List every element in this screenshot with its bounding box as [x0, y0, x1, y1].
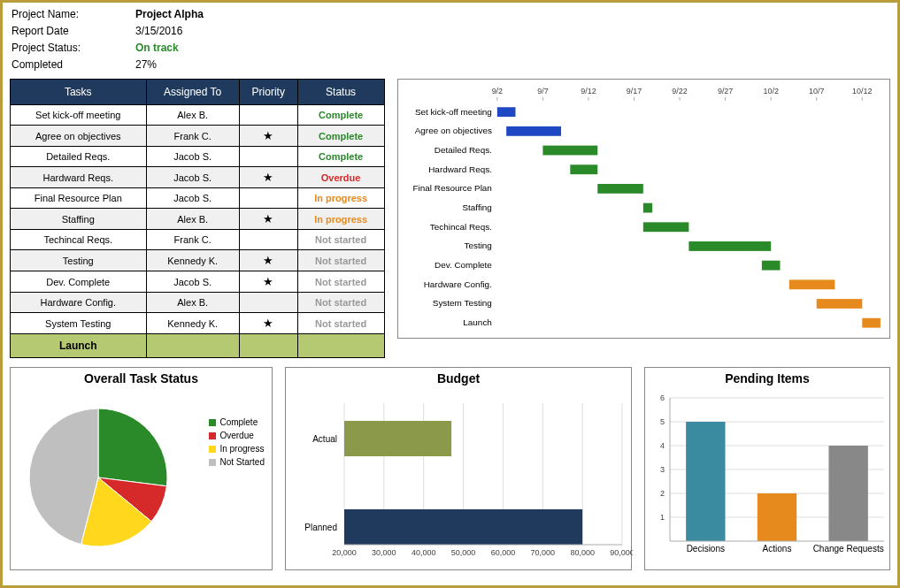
- svg-text:2: 2: [660, 489, 665, 498]
- svg-text:1: 1: [660, 513, 665, 522]
- svg-text:80,000: 80,000: [570, 548, 595, 557]
- svg-text:Change Requests: Change Requests: [813, 544, 884, 554]
- svg-text:10/12: 10/12: [852, 87, 872, 95]
- star-icon: ★: [263, 212, 273, 225]
- project-name-label: Project Name:: [12, 6, 100, 23]
- svg-text:9/22: 9/22: [672, 87, 687, 95]
- svg-text:50,000: 50,000: [451, 548, 476, 557]
- pie-title: Overall Task Status: [11, 368, 272, 386]
- table-row: Techincal Reqs.Frank C.Not started: [11, 230, 385, 250]
- gantt-chart: 9/29/79/129/179/229/2710/210/710/12Set k…: [397, 79, 890, 339]
- svg-text:Actions: Actions: [763, 544, 792, 554]
- svg-rect-39: [816, 299, 862, 309]
- svg-text:System Testing: System Testing: [432, 298, 491, 308]
- legend-swatch: [209, 419, 216, 426]
- legend-swatch: [209, 446, 216, 453]
- svg-rect-19: [496, 107, 515, 117]
- star-icon: ★: [263, 129, 273, 142]
- svg-rect-58: [344, 421, 451, 456]
- svg-text:Hardware Config.: Hardware Config.: [423, 279, 491, 289]
- svg-text:Final Resource Plan: Final Resource Plan: [412, 183, 491, 193]
- svg-rect-23: [542, 146, 597, 156]
- project-name-value: Project Alpha: [135, 6, 204, 23]
- svg-text:Detailed Reqs.: Detailed Reqs.: [434, 145, 491, 155]
- svg-text:10/7: 10/7: [809, 87, 824, 95]
- star-icon: ★: [263, 171, 273, 184]
- svg-text:Agree on objectives: Agree on objectives: [414, 126, 491, 135]
- svg-text:3: 3: [660, 465, 665, 474]
- col-header: Status: [297, 80, 384, 105]
- col-header: Assigned To: [146, 80, 239, 105]
- star-icon: ★: [263, 275, 273, 288]
- svg-text:5: 5: [660, 417, 665, 426]
- svg-text:70,000: 70,000: [531, 548, 556, 557]
- table-row: Dev. CompleteJacob S.★Not started: [11, 271, 385, 293]
- svg-text:Staffing: Staffing: [462, 202, 491, 212]
- legend-label: In progress: [219, 444, 264, 454]
- svg-text:Actual: Actual: [312, 434, 337, 444]
- svg-text:9/2: 9/2: [491, 87, 502, 95]
- svg-text:Launch: Launch: [463, 317, 492, 327]
- star-icon: ★: [263, 317, 273, 330]
- svg-text:30,000: 30,000: [372, 548, 396, 557]
- legend-swatch: [209, 459, 216, 466]
- launch-row: Launch: [11, 334, 385, 358]
- table-row: Hardware Config.Alex B.Not started: [11, 293, 385, 313]
- svg-rect-75: [686, 422, 725, 541]
- legend-label: Overdue: [219, 431, 253, 440]
- completed-label: Completed: [12, 57, 100, 73]
- svg-text:Testing: Testing: [464, 241, 491, 250]
- completed-value: 27%: [135, 57, 157, 73]
- svg-text:60,000: 60,000: [491, 548, 516, 557]
- svg-text:Techincal Reqs.: Techincal Reqs.: [429, 222, 491, 232]
- svg-rect-33: [688, 241, 771, 251]
- table-row: Agree on objectivesFrank C.★Complete: [11, 126, 385, 147]
- table-row: StaffingAlex B.★In progress: [11, 209, 385, 230]
- project-status-label: Project Status:: [12, 40, 100, 57]
- report-date-value: 3/15/2016: [135, 23, 182, 40]
- pie-legend: CompleteOverdueIn progressNot Started: [209, 417, 265, 470]
- star-icon: ★: [263, 254, 273, 267]
- project-header: Project Name:Project Alpha Report Date3/…: [3, 3, 897, 75]
- svg-text:9/27: 9/27: [717, 87, 732, 95]
- tasks-table: TasksAssigned ToPriorityStatus Set kick-…: [10, 79, 385, 358]
- svg-rect-35: [761, 261, 780, 271]
- table-row: System TestingKennedy K.★Not started: [11, 313, 385, 334]
- legend-swatch: [209, 432, 216, 439]
- svg-rect-37: [788, 279, 835, 289]
- svg-rect-60: [344, 509, 582, 545]
- svg-rect-77: [758, 493, 796, 541]
- svg-rect-27: [597, 184, 643, 194]
- svg-rect-29: [642, 203, 651, 213]
- table-row: Final Resource PlanJacob S.In progress: [11, 188, 385, 209]
- budget-title: Budget: [286, 368, 631, 386]
- svg-text:9/12: 9/12: [581, 87, 596, 95]
- svg-text:Planned: Planned: [304, 523, 337, 532]
- table-row: Set kick-off meetingAlex B.Complete: [11, 105, 385, 126]
- svg-rect-79: [828, 446, 867, 541]
- svg-text:40,000: 40,000: [412, 548, 436, 557]
- svg-text:90,000: 90,000: [610, 548, 633, 557]
- pending-chart-card: Pending Items 123456DecisionsActionsChan…: [644, 367, 890, 570]
- pie-chart-card: Overall Task Status CompleteOverdueIn pr…: [10, 367, 273, 570]
- svg-text:4: 4: [660, 441, 665, 450]
- table-row: Hardward Reqs.Jacob S.★Overdue: [11, 167, 385, 188]
- report-date-label: Report Date: [12, 23, 100, 40]
- pending-title: Pending Items: [645, 368, 889, 386]
- col-header: Priority: [239, 80, 297, 105]
- svg-text:20,000: 20,000: [332, 548, 357, 557]
- budget-chart-card: Budget 20,00030,00040,00050,00060,00070,…: [285, 367, 632, 570]
- svg-text:Set kick-off meeting: Set kick-off meeting: [415, 107, 492, 117]
- table-row: Detailed Reqs.Jacob S.Complete: [11, 147, 385, 167]
- svg-rect-25: [570, 164, 597, 174]
- table-row: TestingKennedy K.★Not started: [11, 250, 385, 271]
- legend-label: Complete: [219, 417, 258, 427]
- col-header: Tasks: [11, 80, 147, 105]
- svg-text:Hardward Reqs.: Hardward Reqs.: [428, 164, 492, 174]
- project-status-value: On track: [135, 40, 179, 57]
- legend-label: Not Started: [219, 457, 265, 467]
- svg-rect-21: [506, 126, 561, 136]
- svg-text:10/2: 10/2: [763, 87, 778, 95]
- svg-text:6: 6: [660, 393, 665, 402]
- svg-text:Dev. Complete: Dev. Complete: [435, 260, 492, 270]
